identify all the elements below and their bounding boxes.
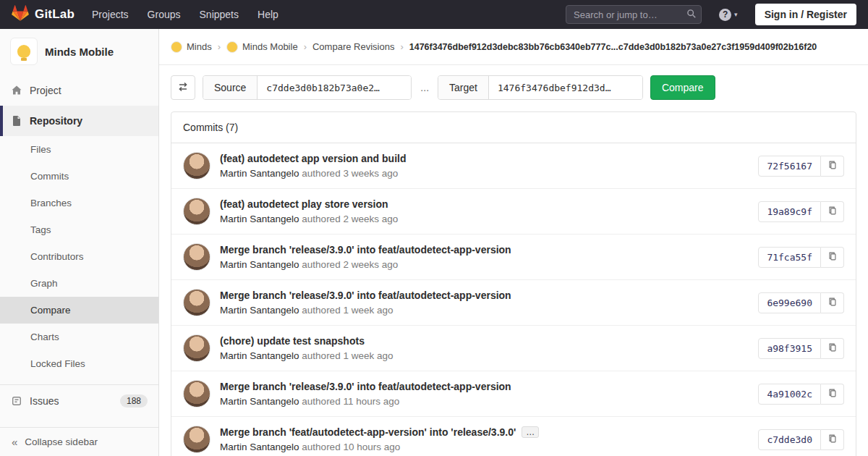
author-avatar[interactable] [183, 426, 210, 453]
commit-sha-group: 6e99e690 [758, 292, 844, 313]
compare-button[interactable]: Compare [650, 75, 715, 100]
commit-title-link[interactable]: Merge branch 'release/3.9.0' into feat/a… [220, 290, 511, 301]
target-label: Target [438, 76, 489, 99]
commit-sha-link[interactable]: 71fca55f [758, 247, 821, 268]
sidebar-item-repository[interactable]: Repository [0, 106, 158, 136]
project-home-link[interactable]: Minds Mobile [0, 29, 158, 75]
breadcrumb-compare-link[interactable]: Compare Revisions [312, 41, 394, 52]
author-avatar[interactable] [183, 380, 210, 408]
author-avatar[interactable] [183, 243, 210, 271]
caret-down-icon: ▾ [734, 11, 738, 18]
help-menu-button[interactable]: ? ▾ [719, 9, 738, 21]
sidebar-item-commits[interactable]: Commits [0, 163, 158, 190]
commit-sha-link[interactable]: 6e99e690 [758, 292, 821, 313]
commit-list: (feat) autodetect app version and build … [171, 143, 856, 456]
copy-sha-button[interactable] [821, 429, 844, 450]
commit-title-link[interactable]: (feat) autodetect app version and build [220, 153, 406, 164]
sidebar-item-locked-files[interactable]: Locked Files [0, 350, 158, 377]
sidebar-item-charts[interactable]: Charts [0, 324, 158, 350]
author-avatar[interactable] [183, 334, 210, 362]
commit-row: Merge branch 'release/3.9.0' into feat/a… [171, 280, 856, 326]
sidebar-item-files[interactable]: Files [0, 136, 158, 163]
sign-in-register-button[interactable]: Sign in / Register [755, 4, 856, 25]
commit-author-link[interactable]: Martin Santangelo [220, 350, 299, 361]
group-avatar [171, 41, 182, 53]
commit-authored-time: authored 2 weeks ago [302, 214, 398, 224]
commit-author-link[interactable]: Martin Santangelo [220, 259, 299, 270]
commit-title-link[interactable]: Merge branch 'release/3.9.0' into feat/a… [220, 244, 511, 256]
navbar-link-snippets[interactable]: Snippets [200, 9, 239, 20]
commit-author-link[interactable]: Martin Santangelo [220, 442, 299, 452]
commit-author-link[interactable]: Martin Santangelo [220, 214, 299, 224]
breadcrumb-project-link[interactable]: Minds Mobile [226, 41, 298, 53]
breadcrumb-separator-icon: › [304, 41, 307, 52]
commit-row: Merge branch 'feat/autodetect-app-versio… [171, 417, 856, 456]
commit-author-link[interactable]: Martin Santangelo [220, 168, 299, 179]
target-ref-field[interactable] [489, 76, 642, 99]
commit-sha-link[interactable]: 72f56167 [758, 156, 821, 177]
sidebar-item-compare[interactable]: Compare [0, 297, 158, 324]
breadcrumb-group-link[interactable]: Minds [171, 41, 212, 53]
gitlab-home-link[interactable]: GitLab [12, 4, 75, 25]
commit-author-link[interactable]: Martin Santangelo [220, 396, 299, 407]
copy-sha-button[interactable] [821, 247, 844, 268]
commit-title-link[interactable]: Merge branch 'release/3.9.0' into feat/a… [220, 381, 511, 392]
home-icon [11, 85, 22, 96]
gitlab-logo-icon [12, 4, 29, 25]
commit-authored-time: authored 2 weeks ago [302, 259, 398, 270]
commit-sha-link[interactable]: 19a89c9f [758, 201, 821, 222]
sidebar-item-project[interactable]: Project [0, 75, 158, 106]
copy-sha-button[interactable] [821, 338, 844, 359]
clipboard-icon [827, 434, 838, 446]
search-icon [686, 9, 697, 22]
commit-title-link[interactable]: (feat) autodetect play store version [220, 198, 388, 210]
sidebar-item-issues[interactable]: Issues 188 [0, 385, 158, 417]
commit-row: Merge branch 'release/3.9.0' into feat/a… [171, 371, 856, 417]
copy-sha-button[interactable] [821, 292, 844, 313]
commit-sha-link[interactable]: a98f3915 [758, 338, 821, 359]
commit-title-link[interactable]: Merge branch 'feat/autodetect-app-versio… [220, 426, 516, 438]
clipboard-icon [827, 251, 838, 263]
source-ref-group: Source [203, 75, 412, 100]
commit-sha-group: 4a91002c [758, 384, 844, 405]
collapse-sidebar-label: Collapse sidebar [25, 436, 98, 447]
project-mini-avatar [226, 41, 238, 53]
search-input[interactable] [566, 5, 702, 24]
copy-sha-button[interactable] [821, 201, 844, 222]
commit-sha-link[interactable]: 4a91002c [758, 384, 821, 405]
commit-meta: Martin Santangelo authored 1 week ago [220, 350, 393, 361]
main-content: Minds › Minds Mobile › Compare Revisions… [159, 29, 868, 456]
breadcrumb-label: Minds [187, 41, 212, 52]
source-label: Source [203, 76, 258, 99]
commit-meta: Martin Santangelo authored 2 weeks ago [220, 214, 398, 224]
author-avatar[interactable] [183, 198, 210, 225]
sidebar-item-graph[interactable]: Graph [0, 270, 158, 297]
clipboard-icon [827, 160, 838, 172]
commit-authored-time: authored 3 weeks ago [302, 168, 398, 179]
navbar-link-help[interactable]: Help [258, 9, 278, 20]
copy-sha-button[interactable] [821, 384, 844, 405]
sidebar-item-tags[interactable]: Tags [0, 216, 158, 243]
source-ref-field[interactable] [258, 76, 411, 99]
clipboard-icon [827, 388, 838, 400]
navbar-link-projects[interactable]: Projects [92, 9, 129, 20]
commit-sha-link[interactable]: c7dde3d0 [758, 429, 821, 450]
commit-title-link[interactable]: (chore) update test snapshots [220, 335, 365, 347]
commit-sha-group: 72f56167 [758, 156, 844, 177]
range-dots: ... [419, 82, 430, 93]
swap-revisions-button[interactable] [171, 75, 195, 100]
sidebar-item-contributors[interactable]: Contributors [0, 243, 158, 270]
sidebar-item-label: Issues [30, 395, 59, 407]
copy-sha-button[interactable] [821, 156, 844, 177]
commit-meta: Martin Santangelo authored 1 week ago [220, 305, 511, 316]
collapse-sidebar-button[interactable]: « Collapse sidebar [0, 427, 158, 456]
navbar-link-groups[interactable]: Groups [148, 9, 181, 20]
commit-author-link[interactable]: Martin Santangelo [220, 305, 299, 316]
commit-message-expand-button[interactable]: … [522, 426, 539, 438]
author-avatar[interactable] [183, 152, 210, 180]
navbar-search [566, 5, 702, 24]
clipboard-icon [827, 297, 838, 309]
left-sidebar: Minds Mobile Project Repository FilesCom… [0, 29, 159, 456]
author-avatar[interactable] [183, 289, 210, 316]
sidebar-item-branches[interactable]: Branches [0, 190, 158, 216]
